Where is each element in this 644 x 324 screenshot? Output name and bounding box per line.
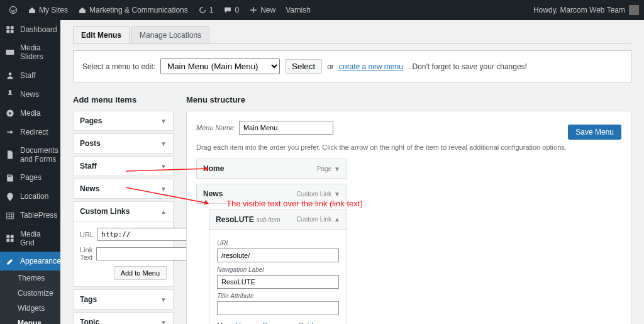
menu-item-home[interactable]: HomePage ▼ [196,159,347,179]
house-icon [28,6,36,14]
menu-item-news[interactable]: NewsCustom Link ▼ [196,184,347,204]
linktext-input[interactable] [96,247,196,260]
menu-structure-heading: Menu structure [186,95,631,104]
select-button[interactable]: Select [285,59,322,74]
grid-icon [5,233,15,243]
acc-custom-links-head[interactable]: Custom Links▲ [74,202,173,221]
url-label: URL [80,231,94,238]
chevron-down-icon: ▼ [160,140,167,147]
comments[interactable]: 0 [219,0,243,20]
my-sites[interactable]: My Sites [24,0,72,20]
submenu-customize[interactable]: Customize [0,286,60,301]
move-down-link[interactable]: Down one [263,321,294,324]
nav-label-label: Navigation Label [217,266,339,273]
admin-sidebar: Dashboard Media Sliders Staff News Media… [0,20,60,324]
add-to-menu-button[interactable]: Add to Menu [114,266,167,280]
pages-icon [5,173,15,183]
avatar[interactable] [629,5,639,15]
sidebar-dashboard[interactable]: Dashboard [0,20,60,39]
updates[interactable]: 1 [194,0,218,20]
resolute-nav-input[interactable] [217,275,339,289]
sidebar-media[interactable]: Media [0,104,60,123]
sidebar-tablepress[interactable]: TablePress [0,206,60,225]
chevron-up-icon: ▲ [334,216,340,223]
acc-posts[interactable]: Posts▼ [73,133,174,154]
nav-tabs: Edit Menus Manage Locations [73,26,631,44]
select-label: Select a menu to edit: [82,62,155,71]
menu-name-input[interactable] [239,121,333,135]
move-up-link[interactable]: Up one [236,321,258,324]
sidebar-documents[interactable]: Documents and Forms [0,142,60,169]
svg-rect-4 [6,235,9,238]
new-content[interactable]: New [245,0,279,20]
helper-text: Drag each item into the order you prefer… [196,143,621,151]
dashboard-icon [5,25,15,35]
pin-icon [5,89,15,99]
tab-manage-locations[interactable]: Manage Locations [131,26,209,43]
acc-topic[interactable]: Topic▼ [73,312,174,324]
svg-rect-6 [6,239,9,242]
url-field-label: URL [217,240,339,247]
sidebar-location[interactable]: Location [0,187,60,206]
acc-staff[interactable]: Staff▼ [73,156,174,176]
svg-rect-5 [11,235,14,238]
url-input[interactable] [97,228,197,241]
acc-pages[interactable]: Pages▼ [73,111,174,131]
acc-tags[interactable]: Tags▼ [73,289,174,310]
menu-select-row: Select a menu to edit: Main Menu (Main M… [73,50,631,82]
site-link[interactable]: Marketing & Communications [74,0,192,20]
chevron-down-icon: ▼ [334,165,340,172]
sidebar-staff[interactable]: Staff [0,66,60,85]
document-icon [5,150,15,160]
comment-icon [223,6,232,14]
location-icon [5,192,15,202]
linktext-label: Link Text [80,246,92,261]
chevron-down-icon: ▼ [160,118,167,125]
sidebar-media-sliders[interactable]: Media Sliders [0,39,60,66]
sidebar-media-grid[interactable]: Media Grid [0,225,60,252]
tab-edit-menus[interactable]: Edit Menus [73,26,130,43]
menu-select[interactable]: Main Menu (Main Menu) [160,59,280,74]
media-icon [5,108,15,118]
refresh-icon [198,6,207,14]
svg-rect-1 [6,50,14,55]
svg-rect-7 [11,239,14,242]
arrow-icon [5,127,15,137]
slider-icon [5,47,15,57]
wp-logo[interactable] [5,0,21,20]
svg-point-2 [9,72,12,75]
varnish[interactable]: Varnish [282,0,314,20]
menu-name-label: Menu Name [196,124,234,131]
structure-box: Menu Name Save Menu Drag each item into … [186,111,631,324]
table-icon [5,211,15,221]
save-menu-button[interactable]: Save Menu [568,125,621,140]
menu-item-resolute-head[interactable]: ResoLUTEsub item Custom Link ▲ [209,209,347,229]
trailer-text: . Don't forget to save your changes! [408,62,527,71]
content-area: Edit Menus Manage Locations Select a men… [60,20,644,324]
add-items-heading: Add menu items [73,95,174,104]
create-menu-link[interactable]: create a new menu [339,62,403,71]
resolute-url-input[interactable] [217,249,339,262]
house-icon [78,6,87,14]
submenu-menus[interactable]: Menus [0,316,60,324]
chevron-down-icon: ▼ [334,191,340,198]
title-attr-label: Title Attribute [217,293,339,299]
sidebar-redirect[interactable]: Redirect [0,123,60,142]
sidebar-appearance[interactable]: Appearance [0,252,60,271]
admin-bar: My Sites Marketing & Communications 1 0 … [0,0,644,20]
acc-custom-links: Custom Links▲ URL Link Text Add to Menu [73,201,174,287]
howdy-text[interactable]: Howdy, Marcom Web Team [533,6,625,14]
sidebar-news[interactable]: News [0,85,60,104]
move-label: Move [217,321,234,324]
brush-icon [5,256,15,266]
submenu-widgets[interactable]: Widgets [0,301,60,316]
sidebar-pages[interactable]: Pages [0,169,60,187]
chevron-down-icon: ▼ [160,186,167,193]
chevron-down-icon: ▼ [160,296,167,303]
submenu-themes[interactable]: Themes [0,271,60,286]
acc-news[interactable]: News▼ [73,179,174,199]
or-text: or [327,62,334,71]
chevron-up-icon: ▲ [160,208,167,215]
resolute-title-attr-input[interactable] [217,301,339,315]
chevron-down-icon: ▼ [160,319,167,325]
